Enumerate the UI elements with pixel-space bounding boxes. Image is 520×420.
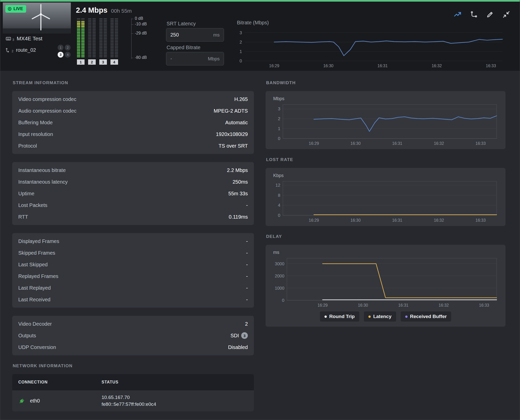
svg-text:4: 4	[278, 203, 280, 208]
stream-info-frames-card: Displayed Frames - Skipped Frames - Last…	[12, 233, 254, 308]
srt-latency-label: SRT Latency	[167, 21, 196, 27]
route-config-button[interactable]	[469, 10, 478, 19]
capped-bitrate-value: -	[170, 56, 172, 62]
db-tick-80	[131, 58, 133, 58]
info-value: 250ms	[233, 179, 248, 185]
live-badge: LIVE	[5, 5, 26, 13]
meter-bar	[77, 17, 80, 57]
info-row: Input resolution 1920x1080i29	[18, 128, 248, 140]
meter-bar	[92, 17, 96, 57]
delay-unit: ms	[273, 250, 500, 255]
delay-card: ms 010002000300016:2916:3016:3116:3216:3…	[266, 245, 506, 327]
info-value: -	[246, 202, 248, 208]
info-value: Automatic	[225, 120, 248, 126]
meter-channel-1: 1	[77, 17, 85, 65]
svg-text:2: 2	[278, 116, 280, 121]
info-value: -	[246, 297, 248, 303]
srt-latency-input[interactable]: 250 ms	[166, 28, 224, 42]
ipv6-address: fe80::5e77:57ff:fe00:e0c4	[102, 401, 156, 408]
edit-button[interactable]	[486, 10, 494, 19]
capped-bitrate-label: Capped Bitrate	[167, 45, 200, 50]
left-column: STREAM INFORMATION Video compression cod…	[12, 80, 254, 420]
stream-info-stats-card: Instantaneous bitrate 2.2 Mbps Instantan…	[12, 162, 254, 225]
meter-channel-tab-1[interactable]: 1	[77, 59, 85, 65]
info-value: -	[246, 238, 248, 244]
info-row: UDP Conversion Disabled	[18, 341, 248, 353]
capped-bitrate-input[interactable]: - Mbps	[166, 52, 224, 65]
srt-latency-value: 250	[170, 32, 179, 38]
capped-bitrate-unit: Mbps	[208, 56, 220, 62]
delay-legend: Round Trip Latency Received Buffer	[271, 309, 500, 325]
network-table-row: eth0 10.65.167.70 fe80::5e77:57ff:fe00:e…	[12, 390, 254, 411]
delay-chart: 010002000300016:2916:3016:3116:3216:33	[271, 256, 500, 309]
received-buffer-dot	[405, 316, 408, 318]
info-row: Instantaneous bitrate 2.2 Mbps	[18, 164, 248, 176]
bandwidth-chart: 012316:2916:3016:3116:3216:33	[271, 102, 500, 147]
route-row[interactable]: 2 route_02	[5, 47, 36, 53]
info-value: Disabled	[228, 344, 248, 350]
header-panel: LIVE 3 MX4E Test 2 route_02 1 2 3 4 2.4 …	[0, 2, 520, 71]
info-row: RTT 0.119ms	[18, 211, 248, 223]
svg-text:16:33: 16:33	[476, 218, 486, 222]
info-value: TS over SRT	[219, 143, 248, 149]
collapse-button[interactable]	[502, 10, 511, 19]
db-tick-0	[131, 19, 133, 19]
info-label: Protocol	[18, 143, 37, 149]
lost-rate-title: LOST RATE	[266, 157, 506, 162]
legend-latency[interactable]: Latency	[364, 311, 396, 322]
info-label: Instantaneous bitrate	[18, 167, 66, 173]
info-row: Uptime 55m 33s	[18, 188, 248, 199]
route-badge-4[interactable]: 4	[65, 52, 71, 58]
meter-channel-tab-3[interactable]: 3	[99, 59, 107, 65]
info-row: Video Decoder 2	[18, 318, 248, 330]
svg-text:16:31: 16:31	[378, 64, 388, 68]
legend-received-buffer[interactable]: Received Buffer	[401, 311, 451, 322]
route-badge-3[interactable]: 3	[58, 52, 63, 58]
svg-text:12: 12	[275, 183, 280, 188]
info-value: 55m 33s	[228, 191, 248, 197]
info-label: Buffering Mode	[18, 120, 53, 126]
info-value: -	[246, 273, 248, 279]
meter-channel-tab-4[interactable]: 4	[110, 59, 118, 65]
meter-bar	[81, 17, 85, 57]
info-value: SDI3	[231, 332, 248, 339]
svg-text:1: 1	[240, 49, 242, 54]
svg-text:16:32: 16:32	[434, 141, 444, 146]
info-value: -	[246, 285, 248, 291]
pencil-icon	[486, 11, 494, 18]
svg-text:16:30: 16:30	[350, 141, 361, 146]
statistics-chart-button[interactable]	[453, 10, 462, 19]
route-badge-2[interactable]: 2	[65, 45, 71, 50]
connection-name: eth0	[30, 398, 40, 404]
info-label: RTT	[18, 214, 28, 220]
info-row: Outputs SDI3	[18, 330, 248, 341]
svg-text:1000: 1000	[275, 286, 284, 291]
svg-text:3: 3	[240, 30, 242, 35]
signal-route-icon	[470, 11, 478, 18]
svg-text:16:29: 16:29	[309, 141, 319, 146]
latency-label: Latency	[373, 314, 392, 319]
right-column: BANDWIDTH Mbps 012316:2916:3016:3116:321…	[266, 80, 506, 420]
route-badge-1[interactable]: 1	[58, 45, 63, 50]
info-value: H.265	[234, 96, 248, 102]
network-information-title: NETWORK INFORMATION	[13, 363, 254, 369]
svg-text:1: 1	[278, 126, 280, 131]
video-preview-thumbnail[interactable]: LIVE	[3, 3, 71, 33]
legend-round-trip[interactable]: Round Trip	[320, 311, 359, 322]
stream-information-title: STREAM INFORMATION	[13, 80, 254, 85]
round-trip-dot	[324, 316, 327, 318]
info-row: Video compression codec H.265	[18, 93, 248, 105]
network-table: CONNECTION STATUS eth0 10.65.167.70	[12, 374, 254, 411]
db-label-10: -10 dB	[135, 22, 147, 26]
meter-channel-tab-2[interactable]: 2	[88, 59, 96, 65]
meter-channel-4: 4	[110, 17, 118, 65]
info-label: Replayed Frames	[18, 273, 58, 279]
bandwidth-card: Mbps 012316:2916:3016:3116:3216:33	[266, 91, 506, 149]
count-badge: 3	[241, 332, 248, 339]
db-tick-29	[131, 33, 133, 34]
svg-text:16:30: 16:30	[358, 303, 368, 307]
info-row: Last Received -	[18, 294, 248, 305]
delay-title: DELAY	[266, 234, 506, 239]
header-chart-title: Bitrate (Mbps)	[237, 20, 269, 26]
source-row[interactable]: 3 MX4E Test	[5, 36, 42, 42]
